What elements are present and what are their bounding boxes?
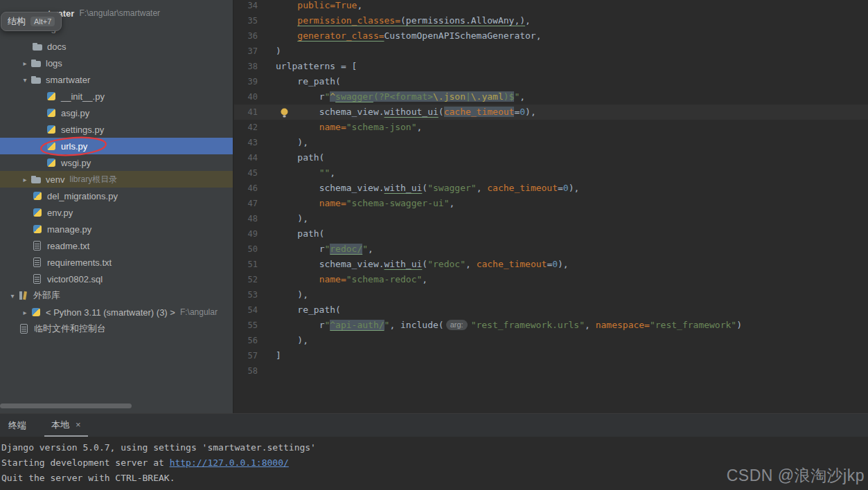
python-file-icon [46,124,57,135]
intention-bulb-icon[interactable] [280,107,289,117]
tree-item-smartwater[interactable]: ▾smartwater [0,71,233,88]
tree-item-scratches[interactable]: 临时文件和控制台 [0,320,233,337]
line-number[interactable]: 55 [234,318,258,333]
code-line[interactable]: 36 generator_class=CustomOpenAPISchemaGe… [234,28,868,44]
chevron-closed-icon[interactable]: ▸ [19,309,30,316]
line-number[interactable]: 43 [234,135,258,150]
horizontal-scrollbar[interactable] [0,403,132,408]
line-number[interactable]: 57 [234,348,258,363]
line-number[interactable]: 42 [234,120,258,135]
code-token: swagger [335,91,373,102]
code-line[interactable]: 56 ), [234,333,868,348]
tree-item-requirements-txt[interactable]: requirements.txt [0,254,233,271]
terminal-text: Quit the server with CTRL-BREAK. [1,473,175,483]
line-number[interactable]: 45 [234,165,258,181]
line-number[interactable]: 50 [234,242,258,257]
line-number[interactable]: 38 [234,59,258,74]
python-file-icon [46,91,57,102]
tree-item-python-interpreter[interactable]: ▸< Python 3.11 (smartwater) (3) >F:\angu… [0,304,233,320]
code-line[interactable]: 58 [234,363,868,379]
code-line[interactable]: 42 name="schema-json", [234,120,868,135]
line-number[interactable]: 34 [234,0,258,13]
code-token: "schema-swagger-ui" [346,198,450,208]
line-number[interactable]: 47 [234,196,258,211]
line-number[interactable]: 44 [234,150,258,165]
chevron-open-icon[interactable]: ▾ [7,292,18,300]
folder-file-icon [32,41,43,52]
code-token: "swagger" [427,183,476,193]
code-line[interactable]: 49 path( [234,226,868,242]
line-number[interactable]: 54 [234,302,258,318]
code-token: , [585,320,596,330]
terminal-text: Django version 5.0.7, using settings 'sm… [1,442,316,453]
code-line[interactable]: 40 r"^swagger(?P<format>\.json|\.yaml)$"… [234,89,868,105]
tooltip-shortcut: Alt+7 [30,17,55,26]
code-line[interactable]: 35 permission_classes=(permissions.Allow… [234,13,868,28]
code-line[interactable]: 48 ), [234,211,868,226]
code-token: ) [736,320,742,330]
code-line[interactable]: 46 schema_view.with_ui("swagger", cache_… [234,181,868,196]
line-number[interactable]: 46 [234,181,258,196]
code-line[interactable]: 34 public=True, [234,0,868,13]
code-token: name= [319,274,346,284]
tree-item-readme-txt[interactable]: readme.txt [0,237,233,254]
code-token: (permissions.AllowAny,) [400,15,525,26]
code-line[interactable]: 50 r"redoc/", [234,242,868,257]
tree-item-settings-py[interactable]: settings.py [0,121,233,138]
code-line[interactable]: 52 name="schema-redoc", [234,272,868,287]
code-line[interactable]: 55 r"^api-auth/", include(arg:"rest_fram… [234,318,868,333]
code-line[interactable]: 53 ), [234,287,868,302]
code-token: \.json [433,91,466,102]
terminal-link[interactable]: http://127.0.0.1:8000/ [170,457,289,468]
code-line[interactable]: 41 schema_view.without_ui(cache_timeout=… [234,105,868,120]
code-token: " [362,244,368,254]
code-token: schema_view. [319,107,384,117]
tree-item-init-py[interactable]: __init__.py [0,88,233,105]
line-number[interactable]: 37 [234,44,258,59]
close-icon[interactable]: × [76,419,81,430]
code-line[interactable]: 51 schema_view.with_ui("redoc", cache_ti… [234,257,868,272]
tree-item-external-libraries[interactable]: ▾外部库 [0,287,233,304]
line-number[interactable]: 51 [234,257,258,272]
chevron-closed-icon[interactable]: ▸ [19,176,30,183]
code-line[interactable]: 54 re_path( [234,302,868,318]
line-number[interactable]: 41 [234,105,258,120]
code-token: public= [297,0,335,10]
code-token: , [525,15,531,26]
tree-item-victor0802-sql[interactable]: victor0802.sql [0,271,233,287]
code-line[interactable]: 57] [234,348,868,363]
tree-item-label: 临时文件和控制台 [34,323,106,335]
line-number[interactable]: 52 [234,272,258,287]
code-line[interactable]: 38urlpatterns = [ [234,59,868,74]
tree-item-asgi-py[interactable]: asgi.py [0,105,233,121]
tree-item-label: __init__.py [61,91,105,102]
tree-item-env-py[interactable]: env.py [0,204,233,221]
line-number[interactable]: 36 [234,28,258,44]
tree-item-wsgi-py[interactable]: wsgi.py [0,154,233,171]
line-number[interactable]: 49 [234,226,258,242]
tree-item-docs[interactable]: docs [0,38,233,55]
tree-item-manage-py[interactable]: manage.py [0,221,233,237]
code-token [276,198,319,208]
code-line[interactable]: 37) [234,44,868,59]
line-number[interactable]: 40 [234,89,258,105]
line-number[interactable]: 39 [234,74,258,89]
tree-item-logs[interactable]: ▸logs [0,55,233,71]
code-line[interactable]: 47 name="schema-swagger-ui", [234,196,868,211]
code-line[interactable]: 39 re_path( [234,74,868,89]
terminal-tab-local[interactable]: 本地 × [44,414,88,437]
chevron-closed-icon[interactable]: ▸ [19,60,30,67]
chevron-open-icon[interactable]: ▾ [19,76,30,84]
code-line[interactable]: 45 "", [234,165,868,181]
tree-item-venv[interactable]: ▸venvlibrary根目录 [0,171,233,188]
tree-item-urls-py[interactable]: urls.py [0,138,233,154]
editor[interactable]: 34 public=True,35 permission_classes=(pe… [234,0,868,413]
code-line[interactable]: 43 ), [234,135,868,150]
line-number[interactable]: 48 [234,211,258,226]
code-line[interactable]: 44 path( [234,150,868,165]
line-number[interactable]: 53 [234,287,258,302]
tree-item-del-migrations-py[interactable]: del_migrations.py [0,188,233,204]
line-number[interactable]: 56 [234,333,258,348]
line-number[interactable]: 35 [234,13,258,28]
line-number[interactable]: 58 [234,363,258,379]
